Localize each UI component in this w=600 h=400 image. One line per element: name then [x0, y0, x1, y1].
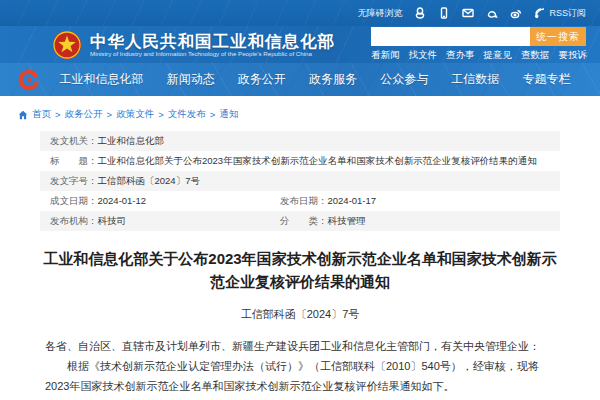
- wechat-icon[interactable]: [485, 7, 498, 20]
- search-area: 统一搜索 看新闻 找文件 查办事 提意见 查数据 要投诉: [371, 27, 586, 62]
- site-subtitle: Ministry of Industry and Information Tec…: [90, 51, 330, 58]
- quick-link-data[interactable]: 查数据: [521, 49, 550, 62]
- meta-label: 成文日期：: [50, 194, 98, 207]
- accessibility-link[interactable]: 无障碍浏览: [357, 7, 402, 20]
- rss-label: RSS订阅: [549, 7, 586, 20]
- nav-item-gov-info[interactable]: 政务公开: [238, 71, 286, 88]
- breadcrumb-policy-files[interactable]: 政策文件: [116, 108, 154, 121]
- page: 无障碍浏览 RSS订阅: [0, 0, 600, 400]
- qq-icon[interactable]: [413, 7, 426, 20]
- meta-label: 发文字号：: [50, 174, 98, 187]
- brand-text: 中华人民共和国工业和信息化部 Ministry of Industry and …: [90, 32, 335, 58]
- document-number: 工信部科函〔2024〕7号: [0, 307, 600, 322]
- breadcrumb: 首页 > 政务公开 > 政策文件 > 文件发布 > 通知: [0, 108, 600, 131]
- meta-row-publisher-category: 发布机构： 科技司 分 类： 科技管理: [40, 211, 560, 231]
- miit-logo-icon[interactable]: [18, 69, 40, 91]
- quick-link-files[interactable]: 找文件: [409, 49, 438, 62]
- meta-value: 工业和信息化部关于公布2023年国家技术创新示范企业名单和国家技术创新示范企业复…: [98, 154, 537, 167]
- nav-item-miit[interactable]: 工业和信息化部: [60, 71, 144, 88]
- site-title: 中华人民共和国工业和信息化部: [90, 32, 335, 51]
- breadcrumb-file-release[interactable]: 文件发布: [168, 108, 206, 121]
- mail-icon[interactable]: [461, 7, 474, 20]
- main-nav: 工业和信息化部 新闻动态 政务公开 政务服务 公众参与 工信数据 专题专栏: [0, 63, 600, 96]
- document-paragraph: 各省、自治区、直辖市及计划单列市、新疆生产建设兵团工业和信息化主管部门，有关中央…: [45, 336, 555, 356]
- meta-value: 科技司: [98, 214, 127, 227]
- quick-link-suggestions[interactable]: 提意见: [484, 49, 513, 62]
- search-input[interactable]: [371, 27, 530, 46]
- meta-value: 科技管理: [328, 214, 366, 227]
- search-button[interactable]: 统一搜索: [530, 27, 586, 46]
- rss-icon: [533, 7, 546, 20]
- breadcrumb-notice[interactable]: 通知: [219, 108, 238, 121]
- weibo-icon[interactable]: [509, 7, 522, 20]
- site-header: 中华人民共和国工业和信息化部 Ministry of Industry and …: [0, 26, 600, 63]
- home-icon[interactable]: [18, 110, 28, 120]
- site-brand[interactable]: 中华人民共和国工业和信息化部 Ministry of Industry and …: [52, 30, 335, 60]
- nav-item-gov-services[interactable]: 政务服务: [309, 71, 357, 88]
- breadcrumb-home[interactable]: 首页: [32, 108, 51, 121]
- meta-label: 发布机构：: [50, 214, 98, 227]
- meta-value: 2024-01-12: [98, 194, 147, 207]
- meta-label: 标 题：: [50, 154, 98, 167]
- quick-link-complaints[interactable]: 要投诉: [559, 49, 588, 62]
- meta-value: 2024-01-17: [328, 194, 377, 207]
- meta-label: 分 类：: [280, 214, 328, 227]
- document-body: 各省、自治区、直辖市及计划单列市、新疆生产建设兵团工业和信息化主管部门，有关中央…: [45, 336, 555, 397]
- document-meta-table: 发文机关： 工业和信息化部 标 题： 工业和信息化部关于公布2023年国家技术创…: [40, 131, 560, 231]
- nav-item-participation[interactable]: 公众参与: [380, 71, 428, 88]
- breadcrumb-separator: >: [107, 109, 113, 120]
- meta-row-doc-number: 发文字号： 工信部科函〔2024〕7号: [40, 171, 560, 191]
- document-paragraph: 根据《技术创新示范企业认定管理办法（试行）》（工信部联科〔2010〕540号），…: [45, 356, 555, 397]
- meta-value: 工业和信息化部: [98, 134, 165, 147]
- quick-links: 看新闻 找文件 查办事 提意见 查数据 要投诉: [371, 49, 587, 62]
- breadcrumb-separator: >: [158, 109, 164, 120]
- mobile-icon[interactable]: [437, 7, 450, 20]
- national-emblem-logo: [52, 30, 82, 60]
- breadcrumb-separator: >: [210, 109, 216, 120]
- rss-link[interactable]: RSS订阅: [533, 7, 586, 20]
- meta-label: 发布日期：: [280, 194, 328, 207]
- meta-value: 工信部科函〔2024〕7号: [98, 174, 200, 187]
- nav-item-data[interactable]: 工信数据: [451, 71, 499, 88]
- topbar: 无障碍浏览 RSS订阅: [0, 0, 600, 26]
- meta-row-dates: 成文日期： 2024-01-12 发布日期： 2024-01-17: [40, 191, 560, 211]
- meta-label: 发文机关：: [50, 134, 98, 147]
- nav-items: 工业和信息化部 新闻动态 政务公开 政务服务 公众参与 工信数据 专题专栏: [48, 71, 582, 88]
- breadcrumb-separator: >: [55, 109, 61, 120]
- quick-link-services[interactable]: 查办事: [446, 49, 475, 62]
- meta-row-title: 标 题： 工业和信息化部关于公布2023年国家技术创新示范企业名单和国家技术创新…: [40, 151, 560, 171]
- breadcrumb-gov-info[interactable]: 政务公开: [65, 108, 103, 121]
- quick-link-news[interactable]: 看新闻: [371, 49, 400, 62]
- content: 首页 > 政务公开 > 政策文件 > 文件发布 > 通知 发文机关： 工业和信息…: [0, 96, 600, 397]
- document-title: 工业和信息化部关于公布2023年国家技术创新示范企业名单和国家技术创新示范企业复…: [40, 247, 560, 294]
- meta-row-issuing-org: 发文机关： 工业和信息化部: [40, 131, 560, 151]
- nav-item-news[interactable]: 新闻动态: [167, 71, 215, 88]
- nav-item-topics[interactable]: 专题专栏: [522, 71, 570, 88]
